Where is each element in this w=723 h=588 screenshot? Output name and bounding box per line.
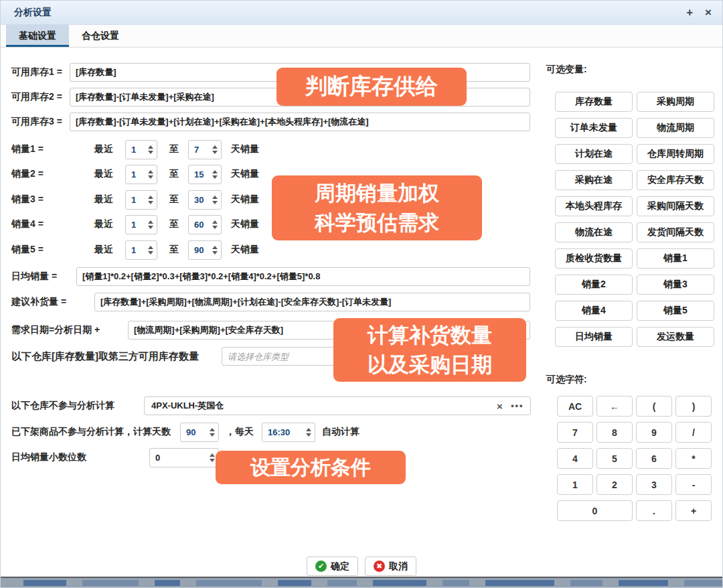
spinner-up-icon[interactable] [212,196,218,199]
spinner-down-icon[interactable] [148,226,153,229]
key-button-0[interactable]: 0 [557,500,633,521]
spinner-up-icon[interactable] [148,220,153,224]
variable-button[interactable]: 日均销量 [555,327,633,347]
suggested-replenishment-input[interactable] [94,293,530,311]
spinner-down-icon[interactable] [210,433,215,437]
spinner-up-icon[interactable] [148,246,153,249]
spinner-down-icon[interactable] [148,151,153,154]
sales-5-from-stepper[interactable]: 1 [125,240,157,260]
key-button-multiply[interactable]: * [675,448,712,469]
spinner-arrows[interactable] [212,145,218,154]
available-stock-3-input[interactable] [70,113,530,131]
spinner-down-icon[interactable] [210,459,215,462]
variable-button[interactable]: 采购周期 [637,92,714,112]
key-button-4[interactable]: 4 [557,448,593,469]
spinner-arrows[interactable] [212,246,218,254]
spinner-down-icon[interactable] [212,151,218,154]
key-button-6[interactable]: 6 [636,448,672,469]
variable-button[interactable]: 发运数量 [637,327,714,347]
key-button-3[interactable]: 3 [636,474,672,495]
variable-button[interactable]: 本地头程库存 [555,196,633,216]
spinner-arrows[interactable] [148,196,153,204]
variable-button[interactable]: 销量1 [637,248,714,269]
calc-days-stepper[interactable]: 90 [180,423,219,442]
variable-button[interactable]: 安全库存天数 [637,170,714,190]
spinner-up-icon[interactable] [148,196,153,199]
spinner-arrows[interactable] [306,428,311,437]
ok-button[interactable]: ✔ 确定 [307,557,358,576]
key-button-5[interactable]: 5 [596,448,633,469]
spinner-up-icon[interactable] [148,145,153,149]
key-button-minus[interactable]: - [675,474,712,495]
spinner-arrows[interactable] [148,145,153,154]
key-button-backspace[interactable]: ← [596,396,633,417]
variable-button[interactable]: 销量2 [555,275,633,295]
variable-button[interactable]: 计划在途 [555,144,633,164]
variable-button[interactable]: 采购在途 [555,170,633,190]
variable-button[interactable]: 订单未发量 [555,118,633,138]
sales-2-from-stepper[interactable]: 1 [125,165,157,184]
spinner-down-icon[interactable] [148,175,153,179]
spinner-down-icon[interactable] [212,226,218,229]
spinner-down-icon[interactable] [212,201,218,204]
variable-button[interactable]: 物流周期 [637,118,714,138]
spinner-up-icon[interactable] [148,170,153,173]
spinner-arrows[interactable] [210,453,215,462]
variable-button[interactable]: 物流在途 [555,222,633,242]
decimal-places-stepper[interactable]: 0 [149,448,219,467]
key-button-1[interactable]: 1 [557,474,593,495]
key-button-divide[interactable]: / [675,422,712,443]
tab-basic-settings[interactable]: 基础设置 [6,25,69,47]
key-button-plus[interactable]: + [675,500,712,521]
maximize-icon[interactable]: + [686,7,693,18]
key-button-7[interactable]: 7 [557,422,593,443]
sales-3-from-stepper[interactable]: 1 [125,190,157,210]
sales-4-to-stepper[interactable]: 60 [188,215,222,234]
variable-button[interactable]: 销量3 [637,275,714,295]
tab-merge-warehouse-settings[interactable]: 合仓设置 [69,25,132,47]
key-button-9[interactable]: 9 [636,422,672,443]
clear-icon[interactable]: × [497,401,503,411]
variable-button[interactable]: 销量5 [637,301,714,321]
variable-button[interactable]: 发货间隔天数 [637,222,714,242]
sales-4-from-stepper[interactable]: 1 [125,215,157,234]
spinner-up-icon[interactable] [210,453,215,457]
sales-1-from-stepper[interactable]: 1 [125,140,157,159]
variable-button[interactable]: 销量4 [555,301,633,321]
key-button-8[interactable]: 8 [596,422,633,443]
spinner-arrows[interactable] [148,170,153,179]
variable-button[interactable]: 库存数量 [555,92,633,112]
close-icon[interactable]: × [705,7,712,18]
key-button-open-paren[interactable]: ( [636,396,672,417]
variable-button[interactable]: 质检收货数量 [555,248,633,269]
cancel-button[interactable]: ✖ 取消 [365,557,416,576]
spinner-up-icon[interactable] [212,246,218,249]
sales-1-to-stepper[interactable]: 7 [188,140,222,159]
spinner-arrows[interactable] [210,428,215,437]
spinner-down-icon[interactable] [148,251,153,254]
spinner-up-icon[interactable] [210,428,215,431]
sales-5-to-stepper[interactable]: 90 [188,240,222,260]
spinner-up-icon[interactable] [212,170,218,173]
exclude-warehouse-select[interactable]: 4PX-UKLH-英国仓 × ●●● [144,396,531,415]
sales-3-to-stepper[interactable]: 30 [188,190,222,210]
spinner-arrows[interactable] [212,170,218,179]
key-button-close-paren[interactable]: ) [675,396,712,417]
key-button-ac[interactable]: AC [557,396,593,417]
spinner-up-icon[interactable] [306,428,311,431]
spinner-arrows[interactable] [148,246,153,254]
spinner-arrows[interactable] [148,220,153,229]
more-options-icon[interactable]: ●●● [511,403,524,409]
auto-calc-time-stepper[interactable]: 16:30 [262,423,315,442]
key-button-2[interactable]: 2 [596,474,633,495]
daily-average-input[interactable] [76,267,530,286]
spinner-arrows[interactable] [212,196,218,204]
spinner-down-icon[interactable] [212,175,218,179]
spinner-up-icon[interactable] [212,220,218,224]
variable-button[interactable]: 仓库周转周期 [637,144,714,164]
spinner-down-icon[interactable] [306,433,311,437]
variable-button[interactable]: 采购间隔天数 [637,196,714,216]
spinner-down-icon[interactable] [212,251,218,254]
sales-2-to-stepper[interactable]: 15 [188,165,222,184]
spinner-up-icon[interactable] [212,145,218,149]
